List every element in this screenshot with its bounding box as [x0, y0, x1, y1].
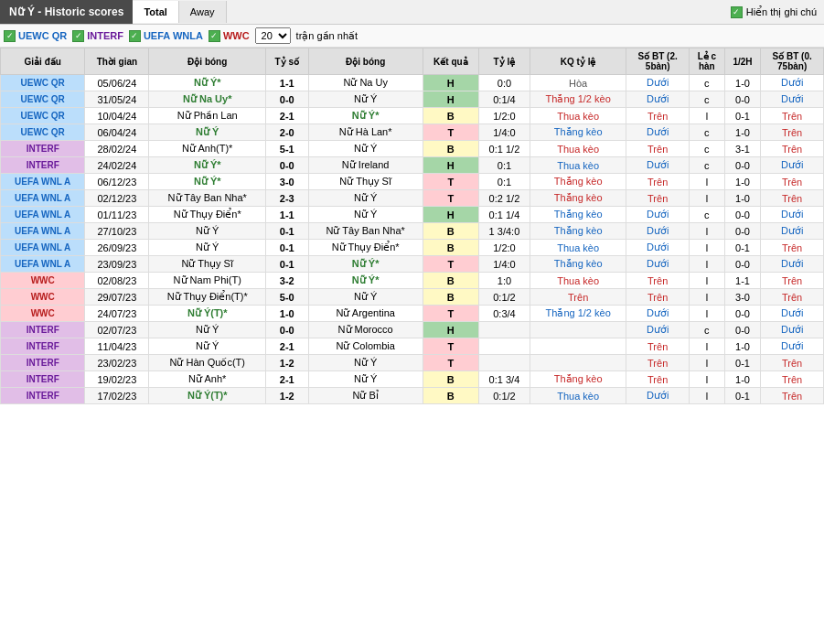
row-team2: Nữ Argentina [308, 306, 423, 322]
row-half: 0-0 [724, 322, 761, 338]
col-team1: Đội bóng [149, 48, 266, 75]
count-select[interactable]: 20103050 [255, 27, 291, 44]
table-row: INTERF 11/04/23 Nữ Ý 2-1 Nữ Colombia T T… [1, 338, 824, 355]
row-sobt: Trên [626, 174, 690, 190]
row-lec: c [690, 207, 725, 223]
row-date: 27/10/23 [85, 223, 149, 240]
row-team2: Nữ Thụy Sĩ [308, 174, 423, 190]
row-kq-ratio: Thua kèo [530, 240, 626, 256]
row-team2: Nữ Tây Ban Nha* [308, 223, 423, 240]
row-lec: l [690, 388, 725, 404]
row-result: B [423, 223, 478, 240]
show-notes-checkbox[interactable]: ✓ [731, 6, 743, 18]
filter-uewcqr-label: UEWC QR [18, 30, 67, 41]
row-sobt2: Dưới [761, 223, 824, 240]
col-half: 1/2H [724, 48, 761, 75]
row-half: 1-0 [724, 371, 761, 388]
row-team1: Nữ Ý* [149, 174, 266, 190]
filter-wnla-checkbox[interactable]: ✓ [129, 30, 141, 42]
row-sobt2: Dưới [761, 91, 824, 108]
row-result: T [423, 306, 478, 322]
row-comp: UEWC QR [1, 124, 85, 141]
row-kq-ratio: Thắng kèo [530, 223, 626, 240]
row-kq-ratio [530, 338, 626, 355]
row-sobt2: Dưới [761, 207, 824, 223]
row-sobt: Trên [626, 338, 690, 355]
filter-uewcqr: ✓ UEWC QR [4, 30, 67, 42]
row-team1: Nữ Ý [149, 322, 266, 338]
row-ratio: 1/4:0 [478, 124, 530, 141]
table-row: WWC 24/07/23 Nữ Ý(T)* 1-0 Nữ Argentina T… [1, 306, 824, 322]
row-lec: c [690, 75, 725, 91]
table-row: INTERF 23/02/23 Nữ Hàn Quốc(T) 1-2 Nữ Ý … [1, 355, 824, 371]
table-row: INTERF 28/02/24 Nữ Anh(T)* 5-1 Nữ Ý B 0:… [1, 141, 824, 157]
row-date: 02/12/23 [85, 190, 149, 207]
row-kq-ratio: Trên [530, 289, 626, 306]
row-comp: UEWC QR [1, 75, 85, 91]
col-sobt2: Số BT (0.75bàn) [761, 48, 824, 75]
row-kq-ratio: Thắng kèo [530, 174, 626, 190]
filter-interf-checkbox[interactable]: ✓ [72, 30, 84, 42]
row-sobt: Dưới [626, 240, 690, 256]
row-team2: Nữ Ý [308, 355, 423, 371]
row-half: 0-0 [724, 207, 761, 223]
row-half: 0-1 [724, 388, 761, 404]
row-result: B [423, 240, 478, 256]
row-comp: UEFA WNL A [1, 256, 85, 273]
row-kq-ratio: Thua kèo [530, 273, 626, 289]
row-half: 0-1 [724, 240, 761, 256]
table-row: UEFA WNL A 23/09/23 Nữ Thụy Sĩ 0-1 Nữ Ý*… [1, 256, 824, 273]
row-date: 24/02/24 [85, 157, 149, 174]
row-team2: Nữ Ý [308, 190, 423, 207]
tab-away[interactable]: Away [179, 1, 227, 23]
row-half: 0-0 [724, 91, 761, 108]
row-ratio [478, 355, 530, 371]
row-comp: UEFA WNL A [1, 207, 85, 223]
row-ratio: 1 3/4:0 [478, 223, 530, 240]
row-lec: l [690, 256, 725, 273]
row-team2: Nữ Ý* [308, 108, 423, 124]
row-sobt2: Trên [761, 371, 824, 388]
row-ratio: 0:1 [478, 157, 530, 174]
row-sobt2: Trên [761, 108, 824, 124]
row-sobt: Trên [626, 371, 690, 388]
row-lec: l [690, 289, 725, 306]
table-row: UEWC QR 31/05/24 Nữ Na Uy* 0-0 Nữ Ý H 0:… [1, 91, 824, 108]
row-ratio: 0:2 1/2 [478, 190, 530, 207]
row-result: H [423, 157, 478, 174]
row-team2: Nữ Ireland [308, 157, 423, 174]
filter-uewcqr-checkbox[interactable]: ✓ [4, 30, 16, 42]
col-date: Thời gian [85, 48, 149, 75]
row-ratio: 0:1/2 [478, 388, 530, 404]
row-result: B [423, 371, 478, 388]
row-team1: Nữ Ý* [149, 157, 266, 174]
col-lec: Lẻ chàn [690, 48, 725, 75]
row-sobt: Dưới [626, 75, 690, 91]
show-notes-label: Hiển thị ghi chú [746, 6, 817, 18]
row-score: 1-2 [265, 388, 308, 404]
filter-wwc-checkbox[interactable]: ✓ [209, 30, 220, 42]
row-sobt2: Trên [761, 124, 824, 141]
row-date: 06/04/24 [85, 124, 149, 141]
row-kq-ratio: Thắng kèo [530, 207, 626, 223]
row-result: H [423, 75, 478, 91]
row-half: 0-0 [724, 256, 761, 273]
row-result: T [423, 355, 478, 371]
row-sobt2: Dưới [761, 75, 824, 91]
row-team1: Nữ Anh(T)* [149, 141, 266, 157]
table-row: UEFA WNL A 26/09/23 Nữ Ý 0-1 Nữ Thụy Điể… [1, 240, 824, 256]
row-team2: Nữ Bỉ [308, 388, 423, 404]
row-ratio: 0:1 3/4 [478, 371, 530, 388]
row-kq-ratio: Thắng kèo [530, 256, 626, 273]
row-team1: Nữ Nam Phi(T) [149, 273, 266, 289]
row-comp: INTERF [1, 141, 85, 157]
row-date: 29/07/23 [85, 289, 149, 306]
row-sobt: Trên [626, 289, 690, 306]
row-result: T [423, 174, 478, 190]
row-team2: Nữ Ý [308, 289, 423, 306]
filter-interf: ✓ INTERF [72, 30, 123, 42]
row-date: 28/02/24 [85, 141, 149, 157]
row-team1: Nữ Ý [149, 124, 266, 141]
tab-total[interactable]: Total [133, 1, 178, 23]
row-half: 0-1 [724, 108, 761, 124]
